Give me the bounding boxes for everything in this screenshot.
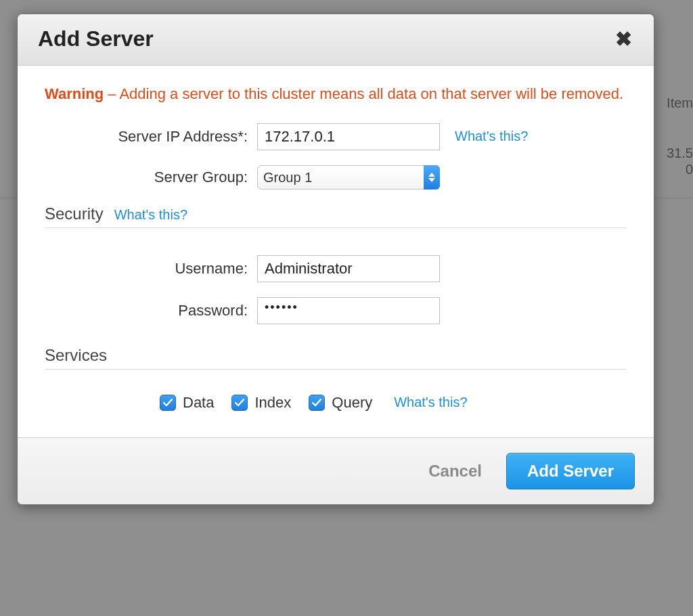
warning-strong: Warning — [45, 85, 104, 102]
server-ip-row: Server IP Address*: What's this? — [45, 123, 627, 150]
bg-value-2: 0 — [667, 161, 693, 177]
username-row: Username: — [45, 255, 627, 282]
background-sidebar-fragment: Item 31.5 0 — [667, 95, 693, 177]
checkbox-checked-icon — [231, 395, 248, 411]
dialog-footer: Cancel Add Server — [18, 437, 654, 504]
dialog-header: Add Server ✖ — [18, 14, 654, 66]
checkbox-checked-icon — [309, 395, 325, 411]
server-group-row: Server Group: Group 1 — [45, 165, 627, 190]
services-title: Services — [45, 346, 107, 365]
username-input[interactable] — [257, 255, 440, 282]
password-input[interactable]: •••••• — [257, 297, 440, 324]
server-ip-help-link[interactable]: What's this? — [455, 129, 528, 144]
dialog-body: Warning – Adding a server to this cluste… — [18, 66, 654, 437]
close-icon[interactable]: ✖ — [612, 29, 635, 49]
bg-value-1: 31.5 — [667, 145, 693, 161]
services-help-link[interactable]: What's this? — [394, 395, 467, 410]
add-server-dialog: Add Server ✖ Warning – Adding a server t… — [17, 14, 654, 505]
add-server-button[interactable]: Add Server — [506, 453, 635, 489]
warning-message: Warning – Adding a server to this cluste… — [45, 85, 627, 104]
services-header: Services — [45, 346, 627, 365]
service-query-label: Query — [332, 394, 372, 412]
services-row: Data Index Query What's this? — [160, 394, 627, 412]
security-divider — [45, 227, 627, 228]
bg-label: Item — [667, 95, 693, 111]
services-divider — [45, 369, 627, 370]
dialog-title: Add Server — [38, 26, 154, 51]
service-data-checkbox[interactable]: Data — [160, 394, 214, 412]
cancel-button[interactable]: Cancel — [422, 456, 489, 486]
service-data-label: Data — [183, 394, 214, 412]
warning-text: – Adding a server to this cluster means … — [104, 85, 623, 102]
server-group-select[interactable]: Group 1 — [257, 165, 440, 190]
service-index-label: Index — [254, 394, 291, 412]
server-group-label: Server Group: — [45, 169, 257, 186]
app-backdrop: Item 31.5 0 Add Server ✖ Warning – Addin… — [0, 0, 693, 616]
password-label: Password: — [45, 302, 257, 320]
server-ip-input[interactable] — [257, 123, 440, 150]
checkbox-checked-icon — [160, 395, 176, 411]
username-label: Username: — [45, 260, 257, 278]
service-query-checkbox[interactable]: Query — [309, 394, 372, 412]
server-ip-label: Server IP Address*: — [45, 128, 257, 146]
security-header: Security What's this? — [45, 204, 627, 223]
security-title: Security — [45, 204, 104, 223]
password-row: Password: •••••• — [45, 297, 627, 324]
service-index-checkbox[interactable]: Index — [231, 394, 291, 412]
security-help-link[interactable]: What's this? — [114, 207, 187, 223]
server-group-select-wrap: Group 1 — [257, 165, 440, 190]
